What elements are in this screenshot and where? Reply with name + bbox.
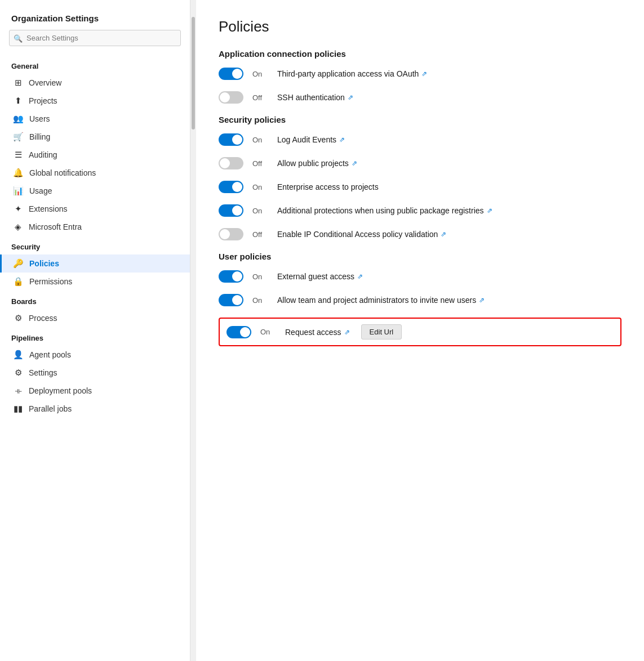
- link-icon-invite-users[interactable]: ⇗: [479, 296, 485, 304]
- policy-text-public-projects: Allow public projects⇗: [277, 159, 357, 168]
- section-title-app-connection: Application connection policies: [219, 49, 621, 59]
- projects-icon: ⬆: [13, 96, 23, 106]
- toggle-label-enterprise-access: On: [252, 183, 268, 191]
- toggle-enterprise-access[interactable]: [219, 181, 243, 193]
- link-icon-public-package[interactable]: ⇗: [487, 207, 492, 215]
- policy-text-public-package: Additional protections when using public…: [277, 206, 492, 215]
- policy-row-ip-conditional: OffEnable IP Conditional Access policy v…: [219, 228, 621, 240]
- edit-url-button-request-access[interactable]: Edit Url: [361, 324, 402, 340]
- sidebar-item-label-process: Process: [29, 314, 57, 323]
- sidebar-item-users[interactable]: 👥Users: [0, 110, 190, 128]
- link-icon-external-guest[interactable]: ⇗: [357, 273, 363, 280]
- sidebar-item-process[interactable]: ⚙Process: [0, 309, 190, 327]
- main-content: Policies Application connection policies…: [196, 0, 644, 661]
- policy-row-public-package: OnAdditional protections when using publ…: [219, 204, 621, 217]
- toggle-label-public-projects: Off: [252, 159, 268, 168]
- section-label-security: Security: [0, 236, 190, 254]
- toggle-log-audit[interactable]: [219, 133, 243, 146]
- toggle-label-oauth: On: [252, 70, 268, 78]
- sidebar-item-label-policies: Policies: [29, 259, 59, 268]
- sidebar-item-microsoft-entra[interactable]: ◈Microsoft Entra: [0, 218, 190, 236]
- policy-row-request-access: OnRequest access⇗Edit Url: [219, 318, 621, 346]
- policy-text-request-access: Request access⇗: [285, 328, 350, 337]
- toggle-oauth[interactable]: [219, 68, 243, 80]
- scrollbar[interactable]: [190, 0, 196, 661]
- link-icon-ip-conditional[interactable]: ⇗: [441, 230, 446, 238]
- toggle-ssh[interactable]: [219, 91, 243, 104]
- policy-row-log-audit: OnLog Audit Events⇗: [219, 133, 621, 146]
- sidebar-item-label-projects: Projects: [29, 96, 57, 105]
- sidebar-item-billing[interactable]: 🛒Billing: [0, 128, 190, 146]
- sidebar-item-label-global-notifications: Global notifications: [29, 168, 96, 177]
- toggle-label-public-package: On: [252, 207, 268, 215]
- toggle-label-ip-conditional: Off: [252, 230, 268, 239]
- org-settings-title: Organization Settings: [0, 9, 190, 30]
- policies-icon: 🔑: [13, 258, 24, 269]
- link-icon-oauth[interactable]: ⇗: [421, 70, 427, 78]
- overview-icon: ⊞: [13, 78, 23, 88]
- process-icon: ⚙: [13, 313, 23, 323]
- policy-row-oauth: OnThird-party application access via OAu…: [219, 68, 621, 80]
- sidebar-item-label-usage: Usage: [29, 186, 52, 195]
- sidebar-item-label-permissions: Permissions: [29, 277, 72, 286]
- page-title: Policies: [219, 18, 621, 35]
- permissions-icon: 🔒: [13, 276, 24, 287]
- sidebar-item-label-extensions: Extensions: [29, 204, 67, 213]
- agent-pools-icon: 👤: [13, 350, 24, 360]
- section-title-security: Security policies: [219, 115, 621, 124]
- policy-text-invite-users: Allow team and project administrators to…: [277, 296, 485, 305]
- sidebar-item-label-deployment-pools: Deployment pools: [29, 386, 92, 395]
- link-icon-public-projects[interactable]: ⇗: [352, 159, 357, 167]
- sidebar-item-policies[interactable]: 🔑Policies: [0, 254, 190, 273]
- toggle-external-guest[interactable]: [219, 270, 243, 283]
- sidebar-item-agent-pools[interactable]: 👤Agent pools: [0, 346, 190, 364]
- sidebar-item-label-users: Users: [29, 114, 50, 123]
- section-label-pipelines: Pipelines: [0, 327, 190, 346]
- section-label-general: General: [0, 55, 190, 74]
- toggle-label-external-guest: On: [252, 273, 268, 281]
- scrollbar-thumb[interactable]: [192, 17, 195, 129]
- toggle-label-invite-users: On: [252, 296, 268, 305]
- policy-row-external-guest: OnExternal guest access⇗: [219, 270, 621, 283]
- sidebar: Organization Settings 🔍 General⊞Overview…: [0, 0, 190, 661]
- search-input[interactable]: [9, 30, 181, 46]
- policy-row-public-projects: OffAllow public projects⇗: [219, 157, 621, 169]
- sidebar-item-auditing[interactable]: ☰Auditing: [0, 146, 190, 164]
- global-notifications-icon: 🔔: [13, 168, 24, 178]
- sidebar-item-settings[interactable]: ⚙Settings: [0, 364, 190, 382]
- policy-row-ssh: OffSSH authentication⇗: [219, 91, 621, 104]
- link-icon-ssh[interactable]: ⇗: [348, 93, 353, 101]
- toggle-label-ssh: Off: [252, 93, 268, 102]
- policy-text-ip-conditional: Enable IP Conditional Access policy vali…: [277, 230, 446, 239]
- toggle-request-access[interactable]: [226, 326, 251, 338]
- sidebar-item-deployment-pools[interactable]: ⟛Deployment pools: [0, 382, 190, 400]
- search-icon: 🔍: [14, 34, 23, 42]
- policy-text-ssh: SSH authentication⇗: [277, 93, 353, 102]
- toggle-ip-conditional[interactable]: [219, 228, 243, 240]
- toggle-public-package[interactable]: [219, 204, 243, 217]
- sidebar-item-overview[interactable]: ⊞Overview: [0, 74, 190, 92]
- microsoft-entra-icon: ◈: [13, 222, 23, 232]
- sidebar-item-parallel-jobs[interactable]: ▮▮Parallel jobs: [0, 400, 190, 418]
- policy-text-log-audit: Log Audit Events⇗: [277, 135, 345, 144]
- extensions-icon: ✦: [13, 204, 23, 214]
- toggle-label-request-access: On: [260, 328, 276, 336]
- link-icon-request-access[interactable]: ⇗: [344, 328, 350, 336]
- sidebar-item-extensions[interactable]: ✦Extensions: [0, 200, 190, 218]
- sidebar-item-label-overview: Overview: [29, 78, 61, 87]
- policy-row-invite-users: OnAllow team and project administrators …: [219, 294, 621, 306]
- search-box: 🔍: [9, 30, 181, 46]
- sidebar-item-permissions[interactable]: 🔒Permissions: [0, 273, 190, 291]
- parallel-jobs-icon: ▮▮: [13, 404, 23, 414]
- link-icon-log-audit[interactable]: ⇗: [339, 136, 345, 144]
- sidebar-item-global-notifications[interactable]: 🔔Global notifications: [0, 164, 190, 182]
- policy-text-oauth: Third-party application access via OAuth…: [277, 69, 427, 78]
- sidebar-item-usage[interactable]: 📊Usage: [0, 182, 190, 200]
- toggle-invite-users[interactable]: [219, 294, 243, 306]
- deployment-pools-icon: ⟛: [13, 386, 23, 396]
- section-label-boards: Boards: [0, 291, 190, 309]
- sidebar-item-projects[interactable]: ⬆Projects: [0, 92, 190, 110]
- toggle-public-projects[interactable]: [219, 157, 243, 169]
- policy-text-external-guest: External guest access⇗: [277, 272, 363, 281]
- sidebar-item-label-parallel-jobs: Parallel jobs: [29, 404, 72, 413]
